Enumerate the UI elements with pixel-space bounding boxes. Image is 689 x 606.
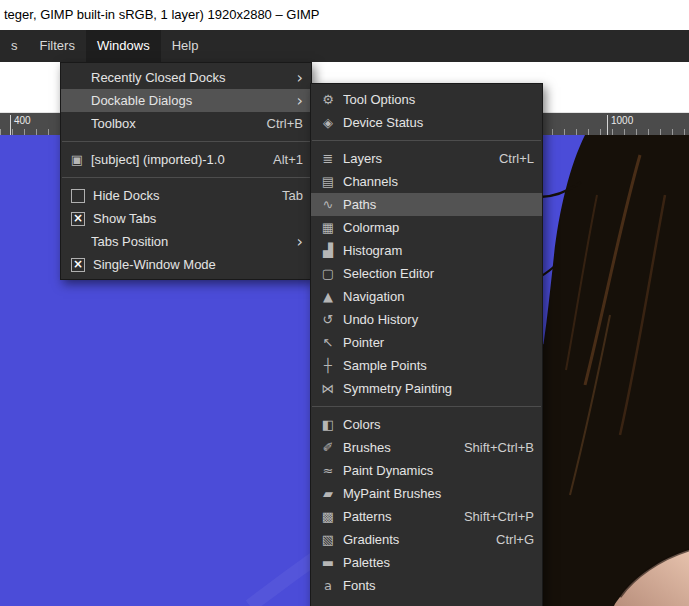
menu-item-brushes[interactable]: ✐ Brushes Shift+Ctrl+B xyxy=(311,436,542,459)
menu-separator xyxy=(62,141,310,142)
menu-item-label: Brushes xyxy=(343,440,450,455)
menu-item-selection-editor[interactable]: ▢ Selection Editor xyxy=(311,262,542,285)
menu-item-label: Navigation xyxy=(343,289,534,304)
menu-item-label: Hide Docks xyxy=(93,188,268,203)
menu-item-label: Tabs Position xyxy=(91,234,283,249)
menu-item-sample-points[interactable]: ┼ Sample Points xyxy=(311,354,542,377)
title-bar[interactable]: teger, GIMP built-in sRGB, 1 layer) 1920… xyxy=(0,0,689,30)
menu-item-label: Colors xyxy=(343,417,534,432)
menu-item-label: Sample Points xyxy=(343,358,534,373)
ruler-mark-1000: 1000 xyxy=(607,115,633,135)
checkbox-checked-icon: × xyxy=(71,212,85,226)
menu-item-recently-closed-docks[interactable]: Recently Closed Docks › xyxy=(61,66,311,89)
pointer-icon: ↖ xyxy=(317,331,339,354)
menu-item-fonts[interactable]: a Fonts xyxy=(311,574,542,597)
undo-history-icon: ↺ xyxy=(317,308,339,331)
menu-item-label: Dockable Dialogs xyxy=(91,93,283,108)
menu-item-shortcut: Shift+Ctrl+B xyxy=(464,440,534,455)
menu-item-label: Channels xyxy=(343,174,534,189)
menu-item-label: Selection Editor xyxy=(343,266,534,281)
menubar-item-help[interactable]: Help xyxy=(161,30,210,62)
menu-item-show-tabs[interactable]: × Show Tabs xyxy=(61,207,311,230)
histogram-icon: ▟ xyxy=(317,239,339,262)
layers-icon: ≣ xyxy=(317,147,339,170)
menu-item-shortcut: Alt+1 xyxy=(273,152,303,167)
menu-item-shortcut: Shift+Ctrl+P xyxy=(464,509,534,524)
menu-item-histogram[interactable]: ▟ Histogram xyxy=(311,239,542,262)
gimp-window: teger, GIMP built-in sRGB, 1 layer) 1920… xyxy=(0,0,689,606)
symmetry-painting-icon: ⋈ xyxy=(317,377,339,400)
menu-separator xyxy=(312,406,541,407)
menu-item-toolbox[interactable]: Toolbox Ctrl+B xyxy=(61,112,311,135)
menu-item-symmetry-painting[interactable]: ⋈ Symmetry Painting xyxy=(311,377,542,400)
palettes-icon: ▬ xyxy=(317,551,339,574)
menu-item-colors[interactable]: ◧ Colors xyxy=(311,413,542,436)
menu-item-palettes[interactable]: ▬ Palettes xyxy=(311,551,542,574)
menu-item-label: Undo History xyxy=(343,312,534,327)
ruler-mark-400: 400 xyxy=(10,115,31,135)
menu-item-device-status[interactable]: ◈ Device Status xyxy=(311,111,542,134)
brushes-icon: ✐ xyxy=(317,436,339,459)
menu-item-shortcut: Ctrl+L xyxy=(499,151,534,166)
submenu-arrow-icon: › xyxy=(291,90,303,111)
menu-item-shortcut: Ctrl+B xyxy=(267,116,303,131)
menu-item-single-window-mode[interactable]: × Single-Window Mode xyxy=(61,253,311,276)
gradients-icon: ▧ xyxy=(317,528,339,551)
device-status-icon: ◈ xyxy=(317,111,339,134)
submenu-arrow-icon: › xyxy=(291,67,303,88)
menu-item-label: [subject] (imported)-1.0 xyxy=(91,152,259,167)
menu-item-colormap[interactable]: ▦ Colormap xyxy=(311,216,542,239)
menu-item-mypaint-brushes[interactable]: ▰ MyPaint Brushes xyxy=(311,482,542,505)
menu-item-gradients[interactable]: ▧ Gradients Ctrl+G xyxy=(311,528,542,551)
menu-separator xyxy=(62,177,310,178)
checkbox-unchecked-icon xyxy=(71,189,85,203)
menu-item-paths[interactable]: ∿ Paths xyxy=(311,193,542,216)
image-thumbnail-icon: ▣ xyxy=(67,148,87,171)
menubar-item-label: Windows xyxy=(97,38,150,53)
window-title: teger, GIMP built-in sRGB, 1 layer) 1920… xyxy=(4,7,320,22)
menu-item-label: Tool Options xyxy=(343,92,534,107)
colors-icon: ◧ xyxy=(317,413,339,436)
navigation-icon: ▲ xyxy=(317,285,339,308)
menu-item-label: Paint Dynamics xyxy=(343,463,534,478)
menu-item-patterns[interactable]: ▩ Patterns Shift+Ctrl+P xyxy=(311,505,542,528)
menu-item-tabs-position[interactable]: Tabs Position › xyxy=(61,230,311,253)
menu-separator xyxy=(312,140,541,141)
menu-item-tool-options[interactable]: ⚙ Tool Options xyxy=(311,88,542,111)
menu-item-paint-dynamics[interactable]: ≈ Paint Dynamics xyxy=(311,459,542,482)
submenu-arrow-icon: › xyxy=(291,231,303,252)
menubar-item-label: Filters xyxy=(40,38,75,53)
menu-item-label: Device Status xyxy=(343,115,534,130)
menu-item-label: Pointer xyxy=(343,335,534,350)
menu-item-undo-history[interactable]: ↺ Undo History xyxy=(311,308,542,331)
patterns-icon: ▩ xyxy=(317,505,339,528)
menu-item-label: Toolbox xyxy=(91,116,253,131)
menu-item-subject-imported[interactable]: ▣ [subject] (imported)-1.0 Alt+1 xyxy=(61,148,311,171)
menu-item-hide-docks[interactable]: Hide Docks Tab xyxy=(61,184,311,207)
menu-item-dockable-dialogs[interactable]: Dockable Dialogs › xyxy=(61,89,311,112)
menu-item-pointer[interactable]: ↖ Pointer xyxy=(311,331,542,354)
paths-icon: ∿ xyxy=(317,193,339,216)
menubar-item-tools-partial[interactable]: s xyxy=(0,30,29,62)
menu-item-navigation[interactable]: ▲ Navigation xyxy=(311,285,542,308)
menu-item-shortcut: Ctrl+G xyxy=(496,532,534,547)
colormap-icon: ▦ xyxy=(317,216,339,239)
menubar-item-filters[interactable]: Filters xyxy=(29,30,86,62)
ruler-mark-label: 400 xyxy=(14,115,31,126)
menu-item-label: Patterns xyxy=(343,509,450,524)
menu-item-layers[interactable]: ≣ Layers Ctrl+L xyxy=(311,147,542,170)
menu-item-label: Show Tabs xyxy=(93,211,303,226)
menubar-item-label: s xyxy=(11,38,18,53)
menu-item-channels[interactable]: ▤ Channels xyxy=(311,170,542,193)
fonts-icon: a xyxy=(317,574,339,597)
windows-menu: Recently Closed Docks › Dockable Dialogs… xyxy=(60,62,312,280)
menu-item-shortcut: Tab xyxy=(282,188,303,203)
dockable-dialogs-submenu: ⚙ Tool Options ◈ Device Status ≣ Layers … xyxy=(310,83,543,606)
menubar-item-windows[interactable]: Windows xyxy=(86,30,161,62)
menu-item-label: Fonts xyxy=(343,578,534,593)
menu-item-label: Palettes xyxy=(343,555,534,570)
menu-item-label: Histogram xyxy=(343,243,534,258)
menu-item-label: MyPaint Brushes xyxy=(343,486,534,501)
mypaint-brushes-icon: ▰ xyxy=(317,482,339,505)
ruler-mark-label: 1000 xyxy=(611,115,633,126)
